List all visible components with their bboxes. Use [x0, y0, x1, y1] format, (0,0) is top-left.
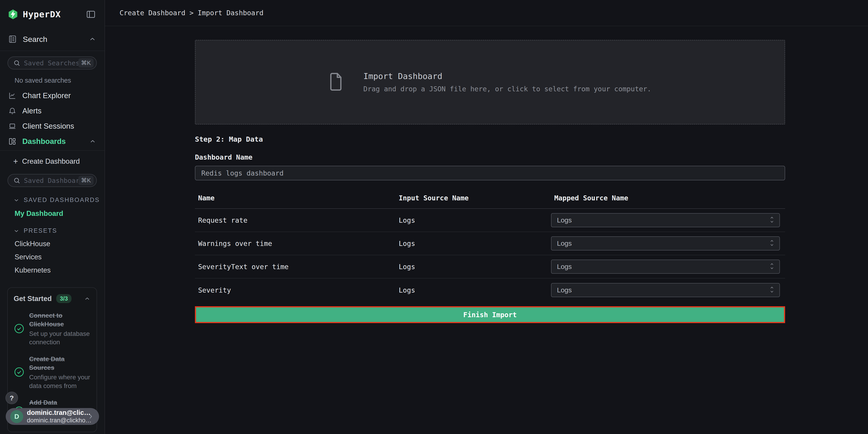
- sidebar-item-kubernetes[interactable]: Kubernetes: [14, 266, 104, 274]
- get-started-title: Get Started: [14, 294, 52, 303]
- sidebar-item-alerts[interactable]: Alerts: [0, 103, 104, 118]
- saved-searches-search[interactable]: ⌘K: [7, 57, 97, 69]
- mapped-source-select[interactable]: Logs: [551, 283, 780, 297]
- select-chevrons-icon: [769, 261, 775, 272]
- sidebar: HyperDX Search: [0, 0, 105, 434]
- dashboard-name-label: Dashboard Name: [195, 153, 785, 161]
- get-started-item[interactable]: Create Data Sources Configure where your…: [14, 355, 91, 390]
- sidebar-item-services[interactable]: Services: [14, 253, 104, 261]
- dropzone-subtitle: Drag and drop a JSON file here, or click…: [364, 85, 651, 93]
- help-button[interactable]: ?: [5, 392, 18, 404]
- no-saved-searches-note: No saved searches: [14, 77, 104, 84]
- breadcrumb: Create Dashboard>Import Dashboard: [120, 9, 264, 17]
- step-label: Step 2: Map Data: [195, 135, 785, 143]
- row-input-source: Logs: [396, 286, 551, 294]
- app-title: HyperDX: [23, 9, 61, 19]
- saved-dashboards-input[interactable]: [24, 177, 78, 184]
- import-dashboard-content: Import Dashboard Drag and drop a JSON fi…: [105, 26, 868, 323]
- saved-dashboards-search[interactable]: ⌘K: [7, 174, 97, 187]
- row-input-source: Logs: [396, 240, 551, 248]
- shortcut-badge: ⌘K: [78, 176, 94, 185]
- breadcrumb-separator: >: [189, 9, 193, 17]
- task-title: Create Data Sources: [29, 355, 91, 372]
- progress-badge: 3/3: [56, 294, 71, 303]
- finish-import-button[interactable]: Finish Import: [195, 306, 785, 323]
- search-section-label: Search: [23, 35, 48, 44]
- sidebar-item-clickhouse[interactable]: ClickHouse: [14, 240, 104, 248]
- select-chevrons-icon: [769, 239, 775, 248]
- avatar: D: [10, 410, 23, 423]
- column-header-name: Name: [195, 194, 396, 202]
- mapped-source-select[interactable]: Logs: [551, 236, 780, 250]
- chevron-up-icon[interactable]: [84, 295, 91, 302]
- app-window: HyperDX Search: [0, 0, 868, 434]
- search-section-header[interactable]: Search: [0, 34, 104, 44]
- get-started-item[interactable]: Connect to ClickHouse Set up your databa…: [14, 311, 91, 347]
- get-started-header[interactable]: Get Started 3/3: [14, 294, 91, 303]
- chevron-up-icon[interactable]: [89, 35, 96, 43]
- table-row: Warnings over time Logs Logs: [195, 232, 785, 255]
- divider: [0, 51, 104, 51]
- saved-dashboards-section-header[interactable]: SAVED DASHBOARDS: [13, 196, 104, 204]
- breadcrumb-import-dashboard: Import Dashboard: [198, 9, 264, 17]
- row-input-source: Logs: [396, 216, 551, 224]
- main-area: Create Dashboard>Import Dashboard Import…: [105, 0, 868, 434]
- task-desc: Configure where your data comes from: [29, 373, 91, 390]
- select-chevrons-icon: [769, 215, 775, 225]
- plus-icon: +: [13, 157, 18, 165]
- logo-row: HyperDX: [0, 0, 104, 20]
- shortcut-badge: ⌘K: [78, 58, 94, 68]
- sidebar-item-chart-explorer[interactable]: Chart Explorer: [0, 88, 104, 103]
- chevron-right-icon: [87, 412, 94, 420]
- dropzone-title: Import Dashboard: [364, 71, 651, 81]
- saved-searches-input[interactable]: [24, 59, 78, 67]
- create-dashboard-button[interactable]: + Create Dashboard: [0, 154, 104, 168]
- page-header: Create Dashboard>Import Dashboard: [105, 0, 868, 26]
- sidebar-nav: Chart Explorer Alerts Client Sessions: [0, 88, 104, 149]
- row-name: Request rate: [195, 216, 396, 224]
- row-input-source: Logs: [396, 263, 551, 271]
- row-name: Warnings over time: [195, 240, 396, 248]
- chevron-down-icon: [13, 197, 20, 203]
- sidebar-item-my-dashboard[interactable]: My Dashboard: [14, 210, 104, 218]
- dashboards-icon: [8, 137, 17, 146]
- mapping-table: Name Input Source Name Mapped Source Nam…: [195, 189, 785, 302]
- chart-icon: [8, 92, 17, 100]
- presets-section-header[interactable]: PRESETS: [13, 227, 104, 234]
- journal-icon: [8, 35, 17, 43]
- mapped-source-select[interactable]: Logs: [551, 213, 780, 227]
- check-circle-icon: [14, 323, 25, 335]
- task-title: Connect to ClickHouse: [29, 311, 91, 329]
- hyperdx-logo-icon: [8, 9, 18, 20]
- divider: [0, 150, 104, 151]
- row-name: Severity: [195, 286, 396, 294]
- user-email: dominic.tran@clickho…: [27, 417, 87, 424]
- sidebar-item-dashboards[interactable]: Dashboards: [0, 134, 104, 149]
- mapped-source-select[interactable]: Logs: [551, 259, 780, 274]
- laptop-icon: [8, 122, 17, 130]
- select-chevrons-icon: [769, 285, 775, 295]
- file-icon: [329, 72, 343, 92]
- json-dropzone[interactable]: Import Dashboard Drag and drop a JSON fi…: [195, 40, 785, 125]
- table-row: Request rate Logs Logs: [195, 209, 785, 232]
- table-row: Severity Logs Logs: [195, 278, 785, 302]
- search-icon: [13, 59, 21, 67]
- user-profile[interactable]: D dominic.tran@clic… dominic.tran@clickh…: [6, 408, 99, 425]
- breadcrumb-create-dashboard[interactable]: Create Dashboard: [120, 9, 185, 17]
- user-name: dominic.tran@clic…: [27, 409, 87, 416]
- sidebar-item-client-sessions[interactable]: Client Sessions: [0, 118, 104, 134]
- dashboard-name-input[interactable]: [195, 166, 785, 180]
- table-row: SeverityText over time Logs Logs: [195, 255, 785, 278]
- row-name: SeverityText over time: [195, 263, 396, 271]
- column-header-mapped-source: Mapped Source Name: [551, 194, 785, 202]
- column-header-input-source: Input Source Name: [396, 194, 551, 202]
- search-icon: [13, 177, 21, 184]
- collapse-sidebar-icon[interactable]: [86, 9, 96, 19]
- task-title: Add Data: [29, 398, 91, 407]
- create-dashboard-label: Create Dashboard: [22, 157, 80, 165]
- check-circle-icon: [14, 367, 25, 378]
- bell-icon: [8, 107, 17, 115]
- table-header: Name Input Source Name Mapped Source Nam…: [195, 189, 785, 209]
- presets-list: ClickHouse Services Kubernetes: [14, 240, 104, 274]
- chevron-up-icon[interactable]: [89, 138, 96, 145]
